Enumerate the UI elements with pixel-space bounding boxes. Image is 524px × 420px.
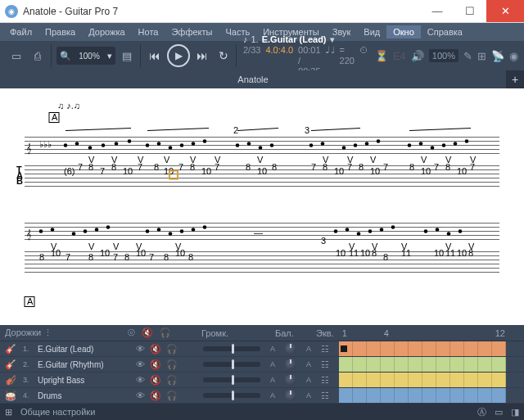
svg-text:V: V — [136, 242, 142, 251]
speaker-icon[interactable]: 🔊 — [411, 50, 424, 62]
visibility-toggle[interactable]: 👁 — [136, 344, 145, 355]
title-bar: ◉ Anatole - Guitar Pro 7 — ☐ ✕ — [0, 0, 524, 23]
loop-button[interactable]: ↻ — [215, 47, 233, 65]
menu-dots-icon[interactable]: ⋮ — [43, 327, 52, 337]
play-button[interactable]: ▶ — [167, 44, 190, 67]
track-name[interactable]: E.Guitar (Lead) — [38, 345, 128, 354]
menu-правка[interactable]: Правка — [38, 25, 82, 38]
menu-окно[interactable]: Окно — [386, 25, 421, 38]
skip-back-button[interactable]: ⏮ — [146, 47, 164, 65]
volume-slider[interactable] — [203, 377, 260, 382]
close-button[interactable]: ✕ — [486, 0, 524, 22]
hourglass-icon[interactable]: ⏳ — [375, 50, 388, 62]
menu-файл[interactable]: Файл — [3, 25, 38, 38]
automation-b[interactable]: A — [305, 345, 313, 353]
chevron-down-icon[interactable]: ▾ — [107, 51, 112, 61]
automation-a[interactable]: A — [269, 376, 277, 384]
skip-forward-button[interactable]: ⏭ — [193, 47, 211, 65]
mute-toggle[interactable]: 🔇 — [150, 344, 161, 355]
panel-right-icon[interactable]: ◨ — [511, 407, 519, 418]
svg-text:8: 8 — [164, 252, 169, 262]
zoom-input[interactable] — [75, 52, 104, 61]
visibility-toggle[interactable]: 👁 — [136, 391, 145, 401]
tab-anatole[interactable]: Anatole — [0, 70, 506, 88]
balance-knob[interactable] — [285, 359, 296, 370]
track-timeline[interactable] — [339, 341, 519, 356]
mute-header-icon: 🔇 — [142, 327, 153, 338]
tracks-header: Дорожки ⋮ ⦾🔇🎧 Громк. Бал. Экв. 1412 — [0, 325, 524, 341]
print-icon[interactable]: ⎙ — [28, 46, 47, 65]
automation-b[interactable]: A — [305, 360, 313, 368]
solo-toggle[interactable]: 🎧 — [166, 375, 178, 386]
visibility-toggle[interactable]: 👁 — [136, 375, 145, 386]
settings-panel-icon[interactable]: ⊞ — [5, 407, 12, 418]
balance-knob[interactable] — [285, 343, 296, 355]
svg-point-109 — [51, 228, 55, 232]
svg-point-117 — [180, 229, 184, 233]
solo-toggle[interactable]: 🎧 — [166, 391, 178, 401]
new-file-icon[interactable]: ▭ — [7, 46, 26, 65]
menu-дорожка[interactable]: Дорожка — [82, 25, 131, 38]
svg-text:V: V — [445, 155, 452, 165]
minimize-button[interactable]: — — [421, 0, 454, 22]
track-name[interactable]: Drums — [38, 391, 128, 400]
track-row[interactable]: 🥁 4. Drums 👁🔇🎧 A A ☷ — [0, 388, 524, 404]
tuner-icon[interactable]: ✎ — [463, 50, 472, 62]
automation-b[interactable]: A — [305, 376, 313, 384]
track-row[interactable]: 🎻 3. Upright Bass 👁🔇🎧 A A ☷ — [0, 373, 524, 388]
broadcast-icon[interactable]: 📡 — [491, 50, 504, 62]
automation-a[interactable]: A — [269, 391, 277, 400]
loop-a-icon[interactable]: Ⓐ — [477, 406, 486, 418]
eq-button[interactable]: ☷ — [321, 375, 331, 386]
svg-text:8: 8 — [39, 252, 44, 262]
svg-text:7: 7 — [311, 162, 316, 172]
track-timeline[interactable] — [339, 388, 519, 403]
panel-toggle-icon[interactable]: ▭ — [495, 407, 503, 418]
fretboard-icon[interactable]: ⊞ — [477, 50, 486, 62]
eq-button[interactable]: ☷ — [321, 391, 331, 401]
track-timeline[interactable] — [339, 357, 519, 372]
balance-knob[interactable] — [285, 374, 296, 386]
track-name[interactable]: E.Guitar (Rhythm) — [38, 360, 128, 369]
track-name[interactable]: Upright Bass — [38, 376, 128, 385]
zoom-control[interactable]: 🔍 ▾ — [56, 47, 115, 65]
svg-text:10: 10 — [257, 166, 267, 176]
mute-toggle[interactable]: 🔇 — [150, 359, 161, 370]
svg-text:V: V — [445, 242, 452, 251]
maximize-button[interactable]: ☐ — [454, 0, 486, 22]
chevron-down-icon[interactable]: ▾ — [330, 34, 335, 45]
menu-справка[interactable]: Справка — [421, 25, 469, 38]
timeline-ruler[interactable]: 1412 — [342, 328, 519, 338]
svg-text:7: 7 — [149, 252, 154, 262]
solo-toggle[interactable]: 🎧 — [166, 344, 178, 355]
balance-knob[interactable] — [285, 390, 296, 401]
mute-toggle[interactable]: 🔇 — [150, 391, 161, 401]
menu-нота[interactable]: Нота — [132, 25, 165, 38]
eq-button[interactable]: ☷ — [321, 359, 331, 370]
mute-toggle[interactable]: 🔇 — [150, 375, 161, 386]
svg-text:V: V — [347, 155, 354, 165]
track-row[interactable]: 🎸 2. E.Guitar (Rhythm) 👁🔇🎧 A A ☷ — [0, 357, 524, 373]
main-toolbar: ▭ ⎙ 🔍 ▾ ▤ ⏮ ▶ ⏭ ↻ ♪ 1. E.Guitar (Lead) ▾… — [0, 41, 524, 70]
automation-a[interactable]: A — [269, 345, 277, 353]
add-tab-button[interactable]: + — [506, 73, 524, 86]
visibility-toggle[interactable]: 👁 — [136, 359, 145, 370]
solo-toggle[interactable]: 🎧 — [166, 359, 178, 370]
automation-b[interactable]: A — [305, 391, 313, 400]
svg-point-118 — [192, 228, 196, 232]
automation-a[interactable]: A — [269, 360, 277, 368]
svg-point-39 — [146, 143, 150, 147]
menu-эффекты[interactable]: Эффекты — [165, 25, 219, 38]
volume-slider[interactable] — [203, 362, 260, 367]
svg-text:10: 10 — [201, 166, 211, 176]
display-mode-icon[interactable]: ▤ — [117, 46, 137, 65]
volume-slider[interactable] — [203, 346, 260, 351]
svg-text:V: V — [468, 242, 475, 251]
score-view[interactable]: 𝄞 ♭♭♭ 𝄞 TAB A A ♫ ♪.♫ (6)7878107 8107810… — [0, 88, 524, 325]
volume-slider[interactable] — [203, 393, 260, 398]
settings-icon[interactable]: ◉ — [509, 50, 518, 62]
svg-point-116 — [169, 232, 173, 236]
track-timeline[interactable] — [339, 373, 519, 387]
eq-button[interactable]: ☷ — [321, 344, 331, 355]
track-row[interactable]: 🎸 1. E.Guitar (Lead) 👁🔇🎧 A A ☷ — [0, 341, 524, 357]
